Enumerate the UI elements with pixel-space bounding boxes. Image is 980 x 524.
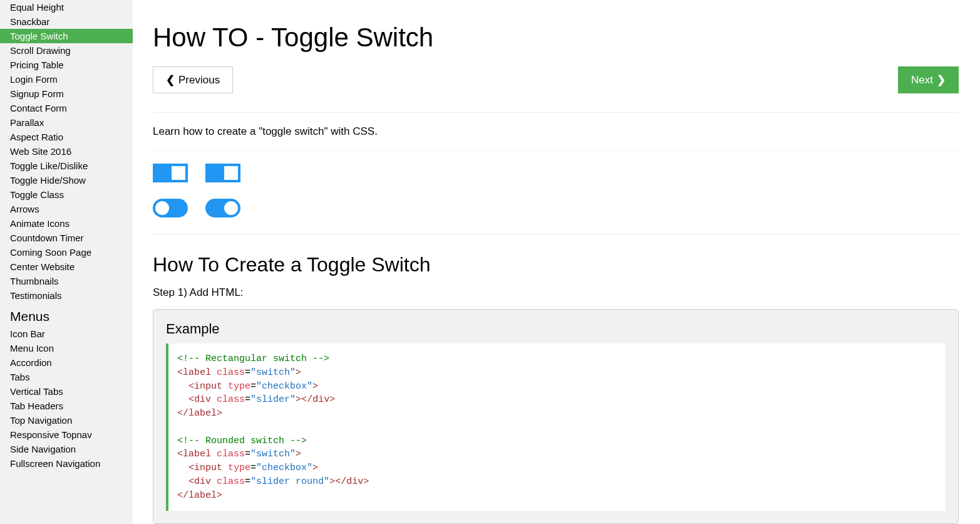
sidebar-heading-menus: Menus [0,303,133,327]
toggle-switch-round[interactable] [153,199,188,217]
sidebar-item[interactable]: Scroll Drawing [0,43,133,58]
nav-row: ❮ Previous Next ❯ [153,66,959,93]
sidebar-item[interactable]: Toggle Class [0,187,133,202]
sidebar-item[interactable]: Snackbar [0,14,133,29]
sidebar-item[interactable]: Menu Icon [0,341,133,355]
previous-button[interactable]: ❮ Previous [153,66,233,93]
sidebar-item[interactable]: Tab Headers [0,399,133,413]
sidebar-item[interactable]: Equal Height [0,0,133,14]
sidebar-item[interactable]: Coming Soon Page [0,245,133,259]
page-title: How TO - Toggle Switch [153,23,959,53]
sidebar-item[interactable]: Testimonials [0,288,133,303]
sidebar-item[interactable]: Responsive Topnav [0,427,133,442]
previous-label: Previous [178,74,220,86]
sidebar-item[interactable]: Icon Bar [0,327,133,341]
code-block: <!-- Rectangular switch --> <label class… [166,343,946,511]
sidebar-item[interactable]: Center Website [0,259,133,274]
sidebar-item[interactable]: Toggle Switch [0,29,133,43]
main-content: How TO - Toggle Switch ❮ Previous Next ❯… [133,0,980,524]
sidebar-item[interactable]: Contact Form [0,101,133,115]
step-label: Step 1) Add HTML: [153,286,959,299]
sidebar-item[interactable]: Arrows [0,202,133,216]
sidebar-item[interactable]: Vertical Tabs [0,384,133,399]
divider [153,150,959,151]
sidebar-item[interactable]: Countdown Timer [0,231,133,245]
sidebar-item[interactable]: Aspect Ratio [0,130,133,144]
toggle-switch-round[interactable] [205,199,240,217]
switch-demo-row-rect [153,164,959,182]
divider [153,112,959,113]
sidebar-item[interactable]: Toggle Hide/Show [0,173,133,187]
toggle-switch-rect[interactable] [153,164,188,182]
intro-text: Learn how to create a "toggle switch" wi… [153,125,959,138]
sidebar-item[interactable]: Top Navigation [0,413,133,427]
sidebar-item[interactable]: Web Site 2016 [0,144,133,159]
chevron-left-icon: ❮ [166,73,175,86]
section-heading: How To Create a Toggle Switch [153,253,959,276]
sidebar-item[interactable]: Pricing Table [0,58,133,72]
chevron-right-icon: ❯ [937,73,946,86]
sidebar-item[interactable]: Tabs [0,370,133,384]
divider [153,234,959,234]
next-label: Next [911,74,933,86]
example-box: Example <!-- Rectangular switch --> <lab… [153,309,959,524]
sidebar-item[interactable]: Accordion [0,355,133,370]
switch-demo-row-round [153,199,959,217]
sidebar-item[interactable]: Side Navigation [0,442,133,456]
next-button[interactable]: Next ❯ [898,66,959,93]
sidebar-item[interactable]: Login Form [0,72,133,86]
sidebar-item[interactable]: Parallax [0,115,133,130]
sidebar-item[interactable]: Fullscreen Navigation [0,456,133,471]
example-title: Example [166,321,946,337]
sidebar-item[interactable]: Thumbnails [0,274,133,288]
sidebar-item[interactable]: Signup Form [0,86,133,101]
sidebar-item[interactable]: Toggle Like/Dislike [0,159,133,173]
sidebar: Equal HeightSnackbarToggle SwitchScroll … [0,0,133,524]
sidebar-item[interactable]: Animate Icons [0,216,133,231]
toggle-switch-rect[interactable] [205,164,240,182]
